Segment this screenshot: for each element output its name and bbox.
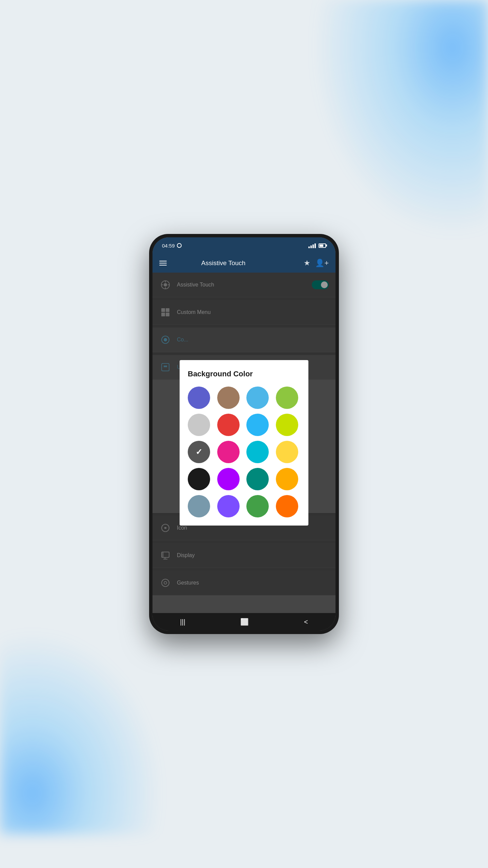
dialog-title: Background Color [188, 370, 300, 378]
signal-bar-1 [308, 246, 310, 248]
back-button[interactable]: < [296, 615, 316, 629]
status-time: 04:59 [162, 243, 182, 249]
battery-fill [320, 244, 323, 247]
background-color-dialog: Background Color [180, 360, 308, 526]
content-area: Assistive Touch [152, 273, 336, 613]
phone-screen: 04:59 Assistive [152, 237, 336, 631]
color-option-cyan[interactable] [246, 441, 269, 463]
color-grid [188, 387, 300, 517]
favorite-button[interactable]: ★ [304, 259, 310, 268]
status-circle-icon [177, 243, 182, 248]
recent-apps-button[interactable]: ||| [172, 615, 194, 629]
phone-shell: 04:59 Assistive [149, 234, 339, 634]
app-bar-actions: ★ 👤+ [304, 259, 329, 268]
color-option-red[interactable] [217, 414, 240, 436]
hamburger-menu-button[interactable] [159, 261, 167, 265]
dialog-overlay: Background Color [152, 273, 336, 613]
time-text: 04:59 [162, 243, 175, 249]
color-option-sky-blue[interactable] [246, 414, 269, 436]
color-option-black[interactable] [188, 468, 210, 490]
add-person-button[interactable]: 👤+ [315, 259, 329, 268]
signal-bar-4 [314, 243, 316, 248]
color-option-steel-blue[interactable] [188, 495, 210, 517]
signal-bar-3 [312, 244, 314, 248]
app-bar: Assistive Touch ★ 👤+ [152, 254, 336, 273]
color-option-brown[interactable] [217, 387, 240, 409]
status-icons [308, 243, 326, 248]
signal-icon [308, 243, 316, 248]
color-option-yellow-green[interactable] [276, 414, 298, 436]
app-title: Assistive Touch [172, 259, 274, 267]
color-option-blue[interactable] [246, 387, 269, 409]
hamburger-line-2 [159, 263, 167, 263]
color-option-yellow[interactable] [276, 441, 298, 463]
color-option-dark-gray[interactable] [188, 441, 210, 463]
color-option-violet[interactable] [217, 495, 240, 517]
status-bar: 04:59 [152, 237, 336, 254]
color-option-amber[interactable] [276, 468, 298, 490]
signal-bar-2 [310, 245, 312, 248]
color-option-lime[interactable] [276, 387, 298, 409]
color-option-orange[interactable] [276, 495, 298, 517]
color-option-purple[interactable] [217, 468, 240, 490]
color-option-teal[interactable] [246, 468, 269, 490]
smoke-decoration-bottom [0, 631, 163, 834]
hamburger-line-1 [159, 261, 167, 261]
smoke-decoration-top [312, 0, 488, 237]
bottom-nav: ||| ⬜ < [152, 613, 336, 631]
color-option-gray[interactable] [188, 414, 210, 436]
color-option-green[interactable] [246, 495, 269, 517]
color-option-pink[interactable] [217, 441, 240, 463]
hamburger-line-3 [159, 265, 167, 265]
home-button[interactable]: ⬜ [232, 614, 257, 629]
battery-icon [319, 243, 326, 248]
color-option-indigo[interactable] [188, 387, 210, 409]
